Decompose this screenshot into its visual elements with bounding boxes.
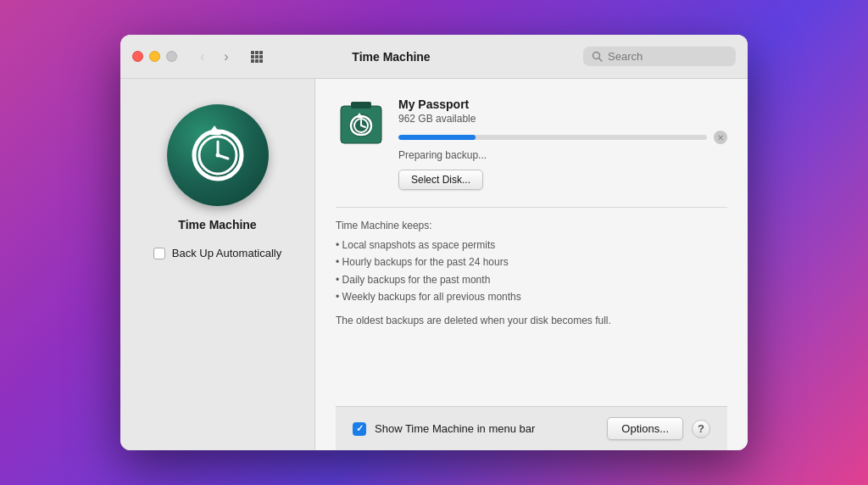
progress-row: ✕ [398,131,727,144]
search-icon [592,51,603,62]
keeps-title: Time Machine keeps: [336,220,727,231]
minimize-button[interactable] [149,51,160,62]
divider [336,207,727,208]
keeps-section: Time Machine keeps: Local snapshots as s… [336,220,727,406]
app-name-label: Time Machine [178,218,256,231]
time-machine-icon [167,104,269,206]
list-item: Hourly backups for the past 24 hours [336,254,727,270]
svg-point-15 [215,153,220,158]
disk-info: My Passport 962 GB available ✕ Preparing… [398,96,727,190]
show-in-menubar-checkbox[interactable] [353,422,366,436]
svg-line-10 [599,59,603,62]
progress-cancel-button[interactable]: ✕ [714,131,727,144]
progress-bar-background [398,135,707,140]
svg-rect-18 [351,102,371,109]
disk-section: My Passport 962 GB available ✕ Preparing… [336,96,727,190]
right-panel: My Passport 962 GB available ✕ Preparing… [315,79,748,450]
window-title: Time Machine [208,50,575,64]
disk-name: My Passport [398,98,727,111]
list-item: Weekly backups for all previous months [336,288,727,305]
select-disk-button[interactable]: Select Disk... [398,170,483,190]
auto-backup-label: Back Up Automatically [172,247,281,259]
search-input[interactable] [608,50,727,63]
maximize-button[interactable] [166,51,177,62]
traffic-lights [132,51,177,62]
list-item: Daily backups for the past month [336,271,727,288]
close-button[interactable] [132,51,143,62]
disk-icon-container [336,96,387,153]
content: Time Machine Back Up Automatically [120,79,748,450]
bottom-bar: Show Time Machine in menu bar Options...… [336,406,727,450]
oldest-text: The oldest backups are deleted when your… [336,315,727,326]
window: ‹ › Time Machine [120,35,748,450]
options-button[interactable]: Options... [607,417,683,440]
left-panel: Time Machine Back Up Automatically [120,79,315,450]
auto-backup-checkbox[interactable] [153,248,165,259]
auto-backup-row[interactable]: Back Up Automatically [153,247,281,259]
show-in-menubar-label: Show Time Machine in menu bar [375,422,598,435]
disk-available: 962 GB available [398,113,727,125]
list-item: Local snapshots as space permits [336,237,727,254]
search-box [583,47,736,66]
preparing-text: Preparing backup... [398,149,727,161]
titlebar: ‹ › Time Machine [120,35,748,79]
keeps-list: Local snapshots as space permits Hourly … [336,237,727,306]
progress-bar-fill [398,135,476,140]
help-button[interactable]: ? [692,420,710,438]
